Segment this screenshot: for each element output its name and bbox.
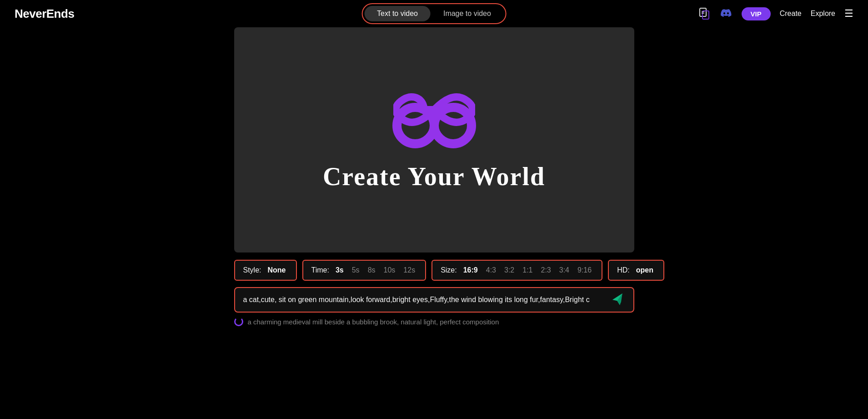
time-label: Time: [311, 266, 329, 274]
tab-text-to-video[interactable]: Text to video [364, 6, 431, 21]
header: NeverEnds Text to video Image to video V… [0, 0, 868, 27]
explore-nav-link[interactable]: Explore [811, 10, 835, 18]
suggestion-row: a charming medieval mill beside a bubbli… [234, 317, 634, 326]
time-option-3s[interactable]: 3s [334, 265, 346, 275]
style-control: Style: None [234, 260, 297, 281]
controls-row: Style: None Time: 3s 5s 8s 10s 12s Size:… [234, 260, 634, 281]
size-option-3-2[interactable]: 3:2 [502, 265, 516, 275]
tab-image-to-video[interactable]: Image to video [431, 6, 504, 21]
size-control: Size: 16:9 4:3 3:2 1:1 2:3 3:4 9:16 [431, 260, 602, 281]
tab-group: Text to video Image to video [361, 3, 507, 24]
size-option-4-3[interactable]: 4:3 [484, 265, 498, 275]
document-icon-button[interactable] [698, 7, 711, 20]
size-option-3-4[interactable]: 3:4 [557, 265, 571, 275]
send-button[interactable] [602, 288, 633, 312]
suggestion-text[interactable]: a charming medieval mill beside a bubbli… [248, 318, 499, 326]
menu-button[interactable]: ☰ [844, 8, 853, 20]
size-option-16-9[interactable]: 16:9 [462, 265, 480, 275]
create-nav-link[interactable]: Create [780, 10, 802, 18]
time-option-10s[interactable]: 10s [382, 265, 397, 275]
prompt-input-row [234, 287, 634, 313]
size-option-2-3[interactable]: 2:3 [539, 265, 552, 275]
canvas-tagline: Create Your World [323, 162, 545, 191]
time-option-12s[interactable]: 12s [401, 265, 417, 275]
size-label: Size: [441, 266, 457, 274]
header-right: VIP Create Explore ☰ [698, 7, 853, 20]
time-option-5s[interactable]: 5s [350, 265, 361, 275]
infinity-symbol-icon [389, 103, 480, 148]
send-icon [611, 293, 625, 307]
size-option-1-1[interactable]: 1:1 [521, 265, 534, 275]
loading-spinner-icon [234, 317, 243, 326]
size-option-9-16[interactable]: 9:16 [576, 265, 593, 275]
video-canvas: Create Your World [234, 27, 634, 252]
hd-option-open[interactable]: open [634, 265, 655, 275]
style-option-none[interactable]: None [266, 265, 288, 275]
style-label: Style: [243, 266, 261, 274]
hd-label: HD: [617, 266, 630, 274]
hd-control: HD: open [608, 260, 664, 281]
discord-icon-button[interactable] [720, 7, 733, 20]
main-content: Create Your World Style: None Time: 3s 5… [0, 27, 868, 326]
time-control: Time: 3s 5s 8s 10s 12s [302, 260, 426, 281]
prompt-input[interactable] [235, 288, 602, 311]
logo: NeverEnds [15, 7, 74, 21]
time-option-8s[interactable]: 8s [366, 265, 377, 275]
vip-button[interactable]: VIP [742, 7, 771, 20]
